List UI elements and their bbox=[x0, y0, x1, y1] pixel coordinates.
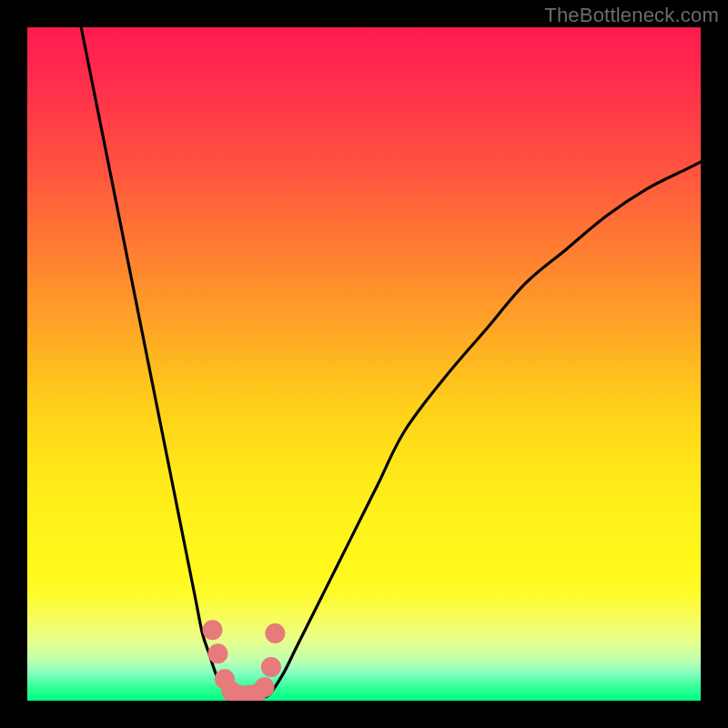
bottleneck-curve bbox=[81, 27, 701, 701]
chart-frame: TheBottleneck.com bbox=[0, 0, 728, 728]
curve-layer bbox=[27, 27, 701, 701]
marker-group bbox=[203, 620, 286, 701]
plot-area bbox=[27, 27, 701, 701]
watermark-text: TheBottleneck.com bbox=[544, 4, 719, 27]
marker-point bbox=[207, 643, 228, 663]
marker-point bbox=[254, 677, 274, 697]
marker-point bbox=[265, 623, 285, 643]
marker-point bbox=[203, 620, 223, 640]
marker-point bbox=[261, 657, 281, 677]
